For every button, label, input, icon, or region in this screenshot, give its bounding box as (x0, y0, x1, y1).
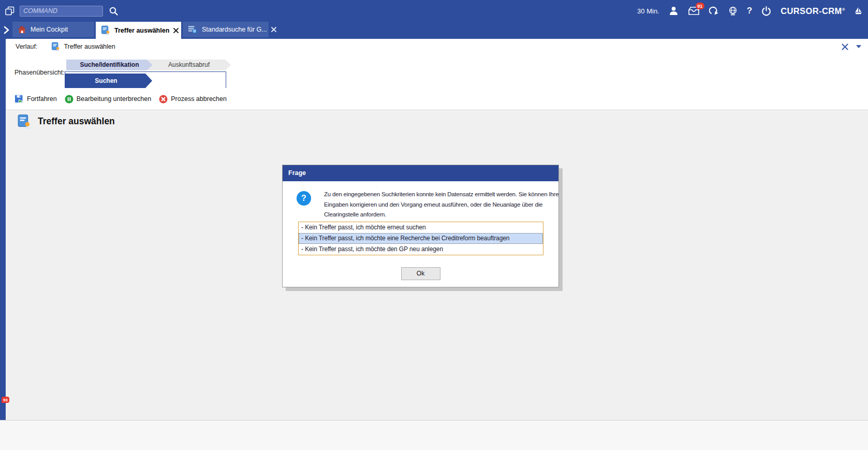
top-bar: 30 Min. 91 (0, 0, 868, 22)
window-stack-icon[interactable] (5, 6, 15, 16)
message-line: Eingaben korrigieren und den Vorgang ern… (324, 200, 558, 210)
tab-treffer-auswaehlen[interactable]: Treffer auswählen (96, 22, 181, 39)
globe-icon[interactable] (728, 6, 738, 16)
page-heading: Treffer auswählen (17, 114, 868, 129)
option-erneut-suchen[interactable]: - Kein Treffer passt, ich möchte erneut … (299, 222, 543, 233)
tab-label: Standardsuche für G... (202, 26, 267, 33)
clear-history-icon[interactable] (842, 43, 848, 50)
option-gp-neu-anlegen[interactable]: - Kein Treffer passt, ich möchte den GP … (299, 244, 543, 255)
history-controls (842, 43, 861, 50)
pause-label: Bearbeitung unterbrechen (77, 95, 152, 103)
question-dialog: Frage ? Zu den eingegebenen Suchkriterie… (282, 165, 559, 287)
contact-document-icon (51, 42, 60, 51)
history-label: Verlauf: (16, 43, 37, 50)
message-line: Clearingstelle anfordern. (324, 210, 558, 220)
option-recherche-creditreform[interactable]: - Kein Treffer passt, ich möchte eine Re… (299, 233, 543, 244)
abort-icon (159, 95, 168, 104)
registered-mark: ® (842, 7, 845, 11)
continue-button[interactable]: Fortfahren (14, 94, 57, 104)
notification-badge[interactable]: 93 (2, 397, 9, 403)
contact-document-icon (101, 25, 110, 35)
contact-document-icon (17, 114, 31, 129)
tab-bar: Mein Cockpit Treffer auswählen (0, 22, 868, 39)
user-icon[interactable] (669, 6, 679, 16)
subphase-suchen[interactable]: Suchen (65, 74, 152, 88)
answer-listbox: - Kein Treffer passt, ich möchte erneut … (298, 222, 543, 255)
phase-overview-section: Phasenübersicht: Suche/Identifikation Au… (6, 54, 868, 88)
close-icon[interactable] (173, 28, 179, 33)
search-icon[interactable] (109, 6, 119, 16)
topbar-right-group: 30 Min. 91 (637, 6, 868, 16)
dialog-body: ? Zu den eingegebenen Suchkriterien konn… (283, 181, 558, 220)
redo-arrow-icon[interactable] (709, 6, 719, 16)
home-icon (18, 25, 26, 34)
list-search-icon (188, 25, 198, 35)
tab-label: Treffer auswählen (114, 27, 169, 34)
abort-process-button[interactable]: Prozess abbrechen (159, 95, 227, 104)
ok-button[interactable]: Ok (401, 267, 440, 280)
page-title: Treffer auswählen (38, 116, 115, 127)
tab-mein-cockpit[interactable]: Mein Cockpit (12, 22, 94, 37)
action-toolbar: Fortfahren Bearbeitung unterbrechen Proz… (6, 88, 868, 110)
help-icon[interactable]: ? (747, 6, 752, 16)
phase-overview-label: Phasenübersicht: (14, 69, 65, 76)
history-current-item[interactable]: Treffer auswählen (64, 43, 115, 50)
continue-label: Fortfahren (27, 95, 57, 103)
pause-processing-button[interactable]: Bearbeitung unterbrechen (65, 95, 152, 104)
inbox-badge: 91 (696, 3, 704, 9)
history-row: Verlauf: Treffer auswählen (6, 39, 868, 54)
power-icon[interactable] (761, 6, 771, 16)
close-icon[interactable] (271, 27, 276, 32)
tab-standardsuche[interactable]: Standardsuche für G... (183, 22, 269, 37)
chevron-down-icon[interactable] (856, 45, 861, 48)
command-input[interactable] (20, 6, 103, 17)
brand-logo: CURSOR-CRM® (781, 6, 845, 16)
tab-label: Mein Cockpit (31, 26, 68, 33)
collapsed-side-panel[interactable] (0, 39, 6, 420)
expand-chevron-icon[interactable] (3, 26, 10, 34)
pause-icon (65, 95, 73, 104)
abort-label: Prozess abbrechen (171, 95, 227, 103)
save-continue-icon (14, 94, 24, 104)
bottom-strip (0, 420, 868, 450)
question-icon: ? (297, 191, 311, 206)
dialog-message: Zu den eingegebenen Suchkriterien konnte… (324, 190, 558, 220)
dialog-title: Frage (283, 165, 558, 181)
inbox-icon[interactable]: 91 (688, 6, 700, 16)
subphase-box: Suchen (65, 71, 226, 90)
phase-step-auskunftsabruf[interactable]: Auskunftsabruf (147, 60, 231, 70)
sailboat-icon (855, 7, 862, 16)
message-line: Zu den eingegebenen Suchkriterien konnte… (324, 190, 558, 200)
session-timer: 30 Min. (637, 7, 659, 15)
phase-step-suche-identifikation[interactable]: Suche/Identifikation (66, 60, 153, 70)
